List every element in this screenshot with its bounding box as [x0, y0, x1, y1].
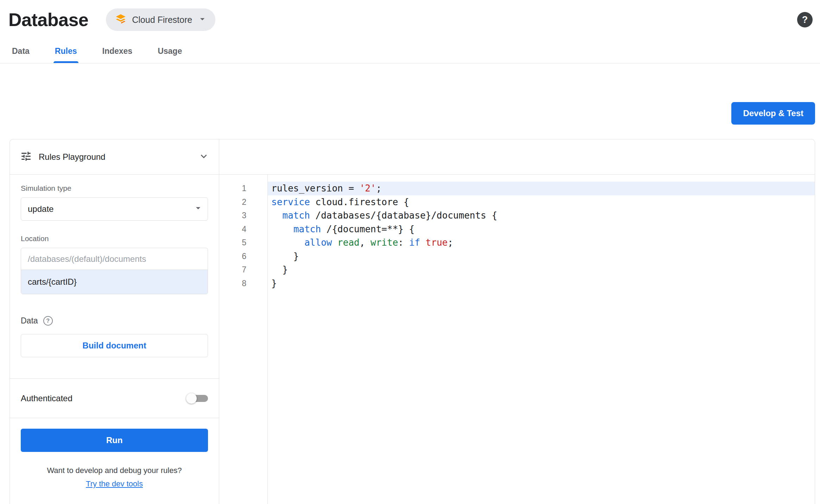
rules-playground-title: Rules Playground [39, 152, 105, 162]
tab-bar: DataRulesIndexesUsage [0, 39, 820, 63]
tab-data[interactable]: Data [11, 39, 31, 63]
product-selector[interactable]: Cloud Firestore [106, 8, 215, 31]
editor-main: 12345678 rules_version = '2';service clo… [219, 175, 815, 504]
tab-indexes[interactable]: Indexes [101, 39, 134, 63]
data-label: Data [21, 316, 38, 326]
location-field: /databases/(default)/documents carts/{ca… [21, 248, 208, 294]
product-selector-label: Cloud Firestore [132, 15, 192, 25]
run-area: Run Want to develop and debug your rules… [10, 418, 219, 489]
tune-icon [20, 150, 32, 164]
authenticated-label: Authenticated [21, 393, 72, 403]
editor-toolbar [219, 139, 815, 175]
location-base-path: /databases/(default)/documents [21, 248, 208, 270]
dropdown-arrow-icon [193, 203, 203, 215]
firestore-database-page: Database Cloud Firestore ? DataRulesInde… [0, 0, 820, 504]
action-row: Develop & Test [0, 63, 820, 125]
code-line[interactable]: rules_version = '2'; [268, 182, 815, 195]
simulation-type-value: update [28, 204, 53, 214]
location-label: Location [21, 234, 208, 243]
rules-playground-panel: Rules Playground Simulation type update … [10, 139, 219, 504]
line-number: 3 [219, 209, 267, 222]
collapse-chevron-icon[interactable] [198, 150, 210, 164]
simulation-type-label: Simulation type [21, 184, 208, 193]
rules-editor: 12345678 rules_version = '2';service clo… [219, 139, 815, 504]
line-number: 6 [219, 250, 267, 263]
run-button[interactable]: Run [21, 429, 208, 452]
line-number: 2 [219, 195, 267, 209]
page-title: Database [8, 9, 88, 30]
chevron-down-icon [197, 14, 208, 26]
line-number: 4 [219, 222, 267, 236]
toggle-thumb [186, 393, 197, 404]
simulation-type-select[interactable]: update [21, 197, 208, 221]
playground-form: Simulation type update Location /databas… [10, 175, 219, 379]
editor-gutter: 12345678 [219, 175, 268, 504]
rules-playground-header[interactable]: Rules Playground [10, 139, 219, 175]
dev-tools-link[interactable]: Try the dev tools [86, 479, 143, 488]
help-button[interactable]: ? [797, 12, 813, 27]
tab-rules[interactable]: Rules [53, 39, 78, 63]
line-number: 7 [219, 263, 267, 277]
code-line[interactable]: } [268, 263, 815, 277]
editor-code[interactable]: rules_version = '2';service cloud.firest… [268, 175, 815, 504]
tab-usage[interactable]: Usage [156, 39, 183, 63]
data-help-icon[interactable]: ? [43, 316, 53, 326]
code-line[interactable]: } [268, 250, 815, 263]
authenticated-toggle[interactable] [186, 393, 208, 404]
dev-tools-link-wrap: Try the dev tools [21, 479, 208, 489]
data-row: Data ? [21, 316, 208, 326]
develop-test-button[interactable]: Develop & Test [731, 102, 815, 125]
rules-workspace: Rules Playground Simulation type update … [10, 139, 815, 504]
authenticated-row: Authenticated [10, 379, 219, 418]
code-line[interactable]: match /{document=**} { [268, 222, 815, 236]
line-number: 5 [219, 236, 267, 250]
firestore-icon [114, 13, 127, 27]
page-header: Database Cloud Firestore ? [0, 0, 820, 39]
location-input[interactable]: carts/{cartID} [21, 270, 208, 294]
line-number: 8 [219, 277, 267, 290]
line-number: 1 [219, 182, 267, 195]
code-line[interactable]: match /databases/{database}/documents { [268, 209, 815, 222]
code-line[interactable]: } [268, 277, 815, 290]
code-line[interactable]: allow read, write: if true; [268, 236, 815, 250]
code-line[interactable]: service cloud.firestore { [268, 195, 815, 209]
dev-tools-question: Want to develop and debug your rules? [21, 466, 208, 475]
build-document-button[interactable]: Build document [21, 334, 208, 357]
help-icon: ? [802, 14, 808, 25]
